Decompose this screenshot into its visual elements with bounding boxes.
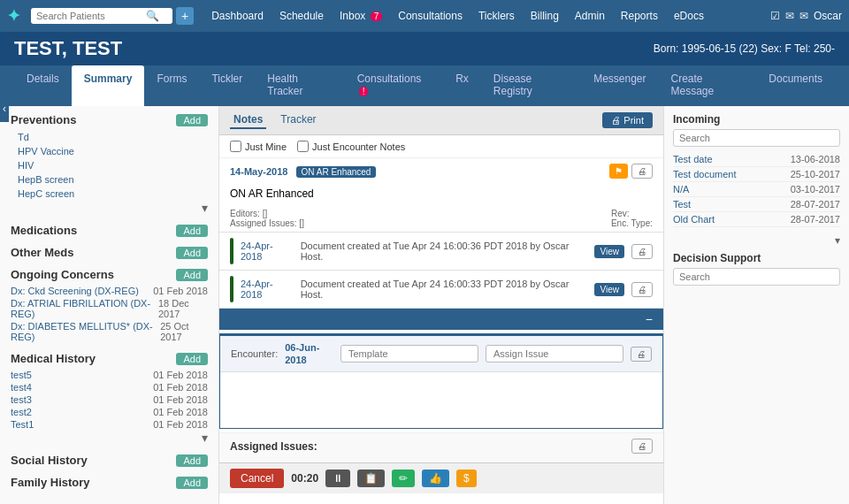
medical-history-expand[interactable]: ▾ bbox=[11, 431, 208, 445]
notes-tab-notes[interactable]: Notes bbox=[230, 111, 266, 129]
decision-support-title: Decision Support bbox=[673, 252, 840, 264]
family-history-title: Family History bbox=[11, 476, 90, 489]
timer-bar: Cancel 00:20 ⏸ 📋 ✏ 👍 $ bbox=[219, 462, 663, 493]
search-input[interactable] bbox=[36, 11, 142, 21]
other-meds-title: Other Meds bbox=[11, 246, 74, 259]
checkbox-icon: ☑ bbox=[770, 10, 780, 22]
medications-title: Medications bbox=[11, 224, 77, 237]
timer-billing-button[interactable]: $ bbox=[456, 470, 477, 487]
medications-add-button[interactable]: Add bbox=[176, 225, 208, 237]
top-nav: ✦ 🔍 + Dashboard Schedule Inbox 7 Consult… bbox=[0, 0, 849, 32]
tab-rx[interactable]: Rx bbox=[443, 65, 481, 106]
sidebar-section-family-history: Family History Add bbox=[11, 476, 208, 489]
patient-search-box: 🔍 bbox=[31, 8, 172, 24]
encounter-print-button[interactable]: 🖨 bbox=[631, 347, 652, 362]
just-mine-filter[interactable]: Just Mine bbox=[230, 141, 287, 152]
encounter-row: Encounter: 06-Jun-2018 🖨 bbox=[220, 336, 662, 372]
nav-admin[interactable]: Admin bbox=[568, 6, 612, 26]
sidebar-toggle[interactable]: ‹ bbox=[0, 95, 9, 122]
sidebar-section-ongoing-concerns: Ongoing Concerns Add Dx: Ckd Screening (… bbox=[11, 268, 208, 343]
incoming-expand[interactable]: ▾ bbox=[673, 234, 840, 247]
note-print-button-3[interactable]: 🖨 bbox=[631, 282, 653, 297]
tab-documents[interactable]: Documents bbox=[756, 65, 835, 106]
encounter-date: 06-Jun-2018 bbox=[285, 341, 333, 366]
patient-tabs: Details Summary Forms Tickler Health Tra… bbox=[0, 65, 849, 106]
note-view-button-2[interactable]: View bbox=[594, 283, 624, 296]
preventions-add-button[interactable]: Add bbox=[176, 114, 208, 126]
tab-messenger[interactable]: Messenger bbox=[581, 65, 658, 106]
medical-history-add-button[interactable]: Add bbox=[176, 353, 208, 365]
timer-edit-button[interactable]: ✏ bbox=[392, 470, 415, 487]
tab-consultations[interactable]: Consultations ! bbox=[345, 65, 444, 106]
tab-tickler[interactable]: Tickler bbox=[199, 65, 255, 106]
cancel-button[interactable]: Cancel bbox=[230, 469, 284, 488]
list-item: Old Chart 28-07-2017 bbox=[673, 212, 840, 227]
note-color-bar-2 bbox=[230, 276, 233, 302]
collapse-button[interactable]: − bbox=[646, 312, 653, 326]
list-item: Test 28-07-2017 bbox=[673, 197, 840, 212]
notes-tabs: Notes Tracker bbox=[230, 111, 320, 129]
preventions-expand[interactable]: ▾ bbox=[11, 201, 208, 215]
nav-billing[interactable]: Billing bbox=[524, 6, 566, 26]
nav-reports[interactable]: Reports bbox=[614, 6, 665, 26]
assigned-issues-print-button[interactable]: 🖨 bbox=[631, 439, 653, 454]
social-history-add-button[interactable]: Add bbox=[176, 454, 208, 467]
nav-ticklers[interactable]: Ticklers bbox=[471, 6, 522, 26]
note-print-button-2[interactable]: 🖨 bbox=[631, 244, 653, 259]
main-layout: ‹ Preventions Add Td HPV Vaccine HIV Hep… bbox=[0, 106, 849, 504]
note-view-button-1[interactable]: View bbox=[594, 245, 624, 258]
tab-summary[interactable]: Summary bbox=[72, 65, 145, 106]
nav-dashboard[interactable]: Dashboard bbox=[204, 6, 271, 26]
tab-disease-registry[interactable]: Disease Registry bbox=[481, 65, 581, 106]
timer-pause-button[interactable]: ⏸ bbox=[325, 470, 350, 487]
encounter-label: Encounter: bbox=[231, 348, 278, 359]
note-print-button[interactable]: 🖨 bbox=[631, 164, 653, 179]
assigned-issues-section: Assigned Issues: 🖨 bbox=[219, 432, 663, 462]
nav-edocs[interactable]: eDocs bbox=[667, 6, 711, 26]
nav-consultations[interactable]: Consultations bbox=[391, 6, 470, 26]
medical-history-title: Medical History bbox=[11, 352, 96, 365]
assign-issue-input[interactable] bbox=[486, 345, 623, 363]
note-flag-button[interactable]: ⚑ bbox=[609, 164, 628, 179]
tab-health-tracker[interactable]: Health Tracker bbox=[255, 65, 344, 106]
note-color-bar bbox=[230, 238, 233, 264]
inbox-badge: 7 bbox=[371, 11, 383, 21]
sidebar-section-social-history: Social History Add bbox=[11, 454, 208, 467]
nav-schedule[interactable]: Schedule bbox=[272, 6, 331, 26]
preventions-list: Td HPV Vaccine HIV HepB screen HepC scre… bbox=[11, 130, 208, 201]
center-content: Notes Tracker 🖨 Print Just Mine Just Enc… bbox=[219, 106, 663, 504]
other-meds-add-button[interactable]: Add bbox=[176, 247, 208, 259]
patient-name: TEST, TEST bbox=[14, 37, 122, 60]
note-date-1: 14-May-2018 ON AR Enhanced bbox=[230, 166, 376, 177]
notes-tab-tracker[interactable]: Tracker bbox=[277, 111, 319, 129]
list-item: Test1 01 Feb 2018 bbox=[11, 418, 208, 431]
timer-copy-button[interactable]: 📋 bbox=[357, 470, 385, 487]
tab-create-message[interactable]: Create Message bbox=[659, 65, 757, 106]
decision-support-search[interactable] bbox=[673, 268, 840, 286]
timer-display: 00:20 bbox=[291, 472, 318, 485]
incoming-search[interactable] bbox=[673, 129, 840, 147]
tab-details[interactable]: Details bbox=[14, 65, 72, 106]
social-history-title: Social History bbox=[11, 454, 88, 467]
print-button[interactable]: 🖨 Print bbox=[602, 112, 653, 128]
assigned-issues-title: Assigned Issues: bbox=[230, 440, 317, 453]
search-icon: 🔍 bbox=[146, 10, 159, 22]
mail-icon[interactable]: ✉ bbox=[785, 10, 794, 22]
list-item: Test date 13-06-2018 bbox=[673, 152, 840, 167]
add-patient-button[interactable]: + bbox=[176, 7, 194, 25]
tab-forms[interactable]: Forms bbox=[144, 65, 199, 106]
left-sidebar: Preventions Add Td HPV Vaccine HIV HepB … bbox=[0, 106, 219, 504]
incoming-title: Incoming bbox=[673, 113, 840, 126]
family-history-add-button[interactable]: Add bbox=[176, 477, 208, 489]
timer-like-button[interactable]: 👍 bbox=[422, 470, 449, 487]
list-item: N/A 03-10-2017 bbox=[673, 182, 840, 197]
just-encounter-filter[interactable]: Just Encounter Notes bbox=[297, 141, 405, 152]
mail2-icon[interactable]: ✉ bbox=[799, 10, 808, 22]
ongoing-concerns-add-button[interactable]: Add bbox=[176, 269, 208, 281]
list-item: Dx: Ckd Screening (DX-REG) 01 Feb 2018 bbox=[11, 285, 208, 297]
right-panel: Incoming Test date 13-06-2018 Test docum… bbox=[663, 106, 849, 504]
nav-inbox[interactable]: Inbox 7 bbox=[333, 6, 389, 26]
template-input[interactable] bbox=[340, 345, 478, 363]
note-entry-3: 24-Apr-2018 Document created at Tue Apr … bbox=[219, 271, 663, 309]
encounter-textarea[interactable] bbox=[220, 372, 662, 425]
